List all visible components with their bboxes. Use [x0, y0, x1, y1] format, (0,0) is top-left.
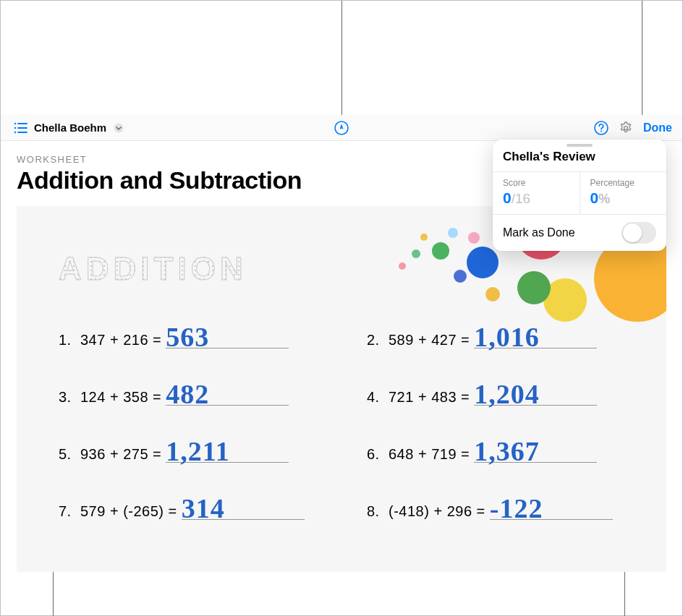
chevron-down-icon[interactable] [112, 121, 125, 134]
answer-field[interactable]: 1,016 [474, 348, 597, 348]
score-value: 0 [503, 189, 512, 206]
mark-done-label: Mark as Done [503, 226, 575, 239]
mark-done-toggle[interactable] [622, 222, 656, 244]
problem-equation: 589 + 427 = [389, 332, 470, 348]
problem-row: 6. 648 + 719 = 1,367 [367, 446, 646, 463]
problem-row: 1. 347 + 216 = 563 [59, 332, 338, 348]
callout-line-top-center [342, 1, 342, 115]
gear-icon[interactable] [619, 121, 633, 135]
help-icon[interactable] [594, 121, 608, 135]
problems-grid: 1. 347 + 216 = 563 2. 589 + 427 = 1,016 … [59, 332, 646, 520]
problem-row: 8. (-418) + 296 = -122 [367, 503, 646, 520]
percentage-label: Percentage [590, 178, 657, 188]
score-cell[interactable]: Score 0/16 [493, 172, 580, 214]
percentage-symbol: % [598, 192, 610, 206]
toggle-knob [623, 223, 642, 242]
problem-row: 2. 589 + 427 = 1,016 [367, 332, 646, 348]
review-panel[interactable]: Chella's Review Score 0/16 Percentage 0%… [493, 140, 666, 251]
handwritten-answer: 482 [166, 380, 209, 408]
score-total: /16 [512, 191, 530, 206]
problem-row: 4. 721 + 483 = 1,204 [367, 389, 646, 406]
svg-point-2 [14, 127, 16, 128]
svg-point-4 [14, 131, 16, 132]
answer-field[interactable]: 482 [166, 405, 289, 406]
markup-icon[interactable] [334, 121, 349, 135]
problem-equation: 347 + 216 = [80, 332, 161, 348]
problem-number: 8. [367, 503, 381, 520]
section-heading: ADDITION [59, 251, 646, 287]
answer-field[interactable]: 563 [166, 348, 289, 348]
svg-point-6 [114, 123, 124, 132]
handwritten-answer: 1,211 [166, 437, 229, 465]
problem-equation: 648 + 719 = [389, 446, 470, 463]
toolbar: Chella Boehm [1, 115, 682, 141]
panel-grabber[interactable] [567, 144, 593, 147]
problem-number: 6. [367, 446, 381, 463]
svg-point-0 [14, 122, 16, 124]
answer-field[interactable]: 1,204 [474, 405, 597, 406]
list-menu-icon[interactable] [14, 122, 28, 134]
handwritten-answer: 314 [182, 495, 225, 522]
problem-equation: 721 + 483 = [389, 389, 470, 406]
problem-number: 7. [59, 503, 73, 520]
problem-equation: 579 + (-265) = [80, 503, 177, 520]
student-name-dropdown[interactable]: Chella Boehm [34, 121, 106, 134]
handwritten-answer: 1,016 [474, 323, 540, 351]
answer-field[interactable]: 1,367 [474, 462, 597, 463]
svg-point-10 [624, 126, 628, 129]
handwritten-answer: -122 [490, 495, 543, 522]
problem-number: 2. [367, 332, 381, 348]
handwritten-answer: 563 [166, 323, 209, 351]
problem-number: 1. [59, 332, 73, 348]
problem-equation: 124 + 358 = [80, 389, 161, 406]
done-button[interactable]: Done [643, 121, 672, 134]
problem-row: 5. 936 + 275 = 1,211 [59, 446, 338, 463]
problem-number: 5. [59, 446, 73, 463]
percentage-cell[interactable]: Percentage 0% [580, 172, 667, 214]
worksheet-paper: ADDITION 1. 347 + 216 = 563 2. 589 + 427… [17, 206, 666, 572]
percentage-value: 0 [590, 189, 599, 206]
review-panel-title: Chella's Review [493, 150, 666, 171]
problem-row: 3. 124 + 358 = 482 [59, 389, 338, 406]
problem-equation: 936 + 275 = [80, 446, 161, 463]
answer-field[interactable]: -122 [490, 519, 613, 520]
answer-field[interactable]: 1,211 [166, 462, 289, 463]
svg-point-9 [601, 130, 602, 132]
score-label: Score [503, 178, 569, 188]
problem-row: 7. 579 + (-265) = 314 [59, 503, 338, 520]
problem-number: 3. [59, 389, 73, 406]
handwritten-answer: 1,367 [474, 437, 540, 465]
handwritten-answer: 1,204 [474, 380, 540, 408]
problem-number: 4. [367, 389, 381, 406]
problem-equation: (-418) + 296 = [389, 503, 485, 520]
answer-field[interactable]: 314 [182, 519, 305, 520]
